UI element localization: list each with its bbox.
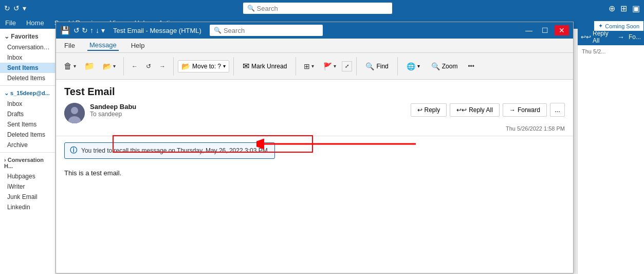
more-msg-icon[interactable]: ▾	[101, 26, 105, 34]
delete-group: 🗑 ▾ 📁 📂 ▾	[60, 59, 119, 74]
move-other-button[interactable]: 📂 ▾	[99, 60, 119, 73]
help-icon[interactable]: ⊕	[609, 4, 615, 13]
outer-search-input[interactable]	[257, 5, 388, 12]
msg-search-box[interactable]: 🔍	[210, 25, 323, 36]
grid-icon[interactable]: ⊞	[620, 4, 627, 13]
sidebar-item-iwriter[interactable]: iWriter	[0, 181, 55, 192]
move-to-arrow: ▾	[223, 63, 226, 69]
sep-2	[173, 57, 174, 76]
close-button[interactable]: ✕	[555, 25, 569, 35]
nav-group: ← ↺ →	[128, 60, 169, 72]
msg-title-bar: 💾 ↺ ↻ ↑ ↓ ▾ Test Email - Message (HTML) …	[56, 22, 573, 39]
email-header: Test Email Sandeep Babu To sandeep ↩	[56, 80, 573, 136]
delete-dropdown[interactable]: ▾	[73, 63, 76, 69]
coming-soon-badge[interactable]: ✦ Coming Soon	[594, 21, 644, 31]
forward-nav-button[interactable]: →	[156, 60, 169, 72]
sidebar-item-inbox-fav[interactable]: Inbox	[0, 52, 55, 63]
sidebar-item-deleted-fav[interactable]: Deleted Items	[0, 73, 55, 83]
undo-icon[interactable]: ↺	[13, 4, 20, 12]
delete-icon: 🗑	[64, 62, 72, 71]
move-dropdown-arrow: ▾	[113, 63, 116, 69]
mark-unread-button[interactable]: ✉ Mark Unread	[238, 59, 291, 74]
outer-taskbar-nav-icons: ↻ ↺ ▾	[4, 4, 26, 12]
move-folder-icon: 📂	[181, 62, 190, 70]
undo2-icon: ↺	[146, 63, 151, 70]
delete-button[interactable]: 🗑 ▾	[60, 59, 80, 74]
down-icon[interactable]: ↓	[96, 26, 99, 34]
msg-toolbar: 🗑 ▾ 📁 📂 ▾ ← ↺ → 📂 Move to: ? ▾ ✉ Mar	[56, 53, 573, 80]
outer-search-box[interactable]: 🔍	[243, 3, 392, 14]
ribbon-tab-file[interactable]: File	[5, 19, 16, 27]
more-actions-button[interactable]: ...	[550, 103, 565, 117]
archive-icon: 📁	[84, 61, 95, 71]
minimize-button[interactable]: —	[522, 25, 536, 35]
tab-message[interactable]: Message	[87, 40, 119, 51]
tab-help[interactable]: Help	[129, 41, 147, 50]
outer-right-icons: ⊕ ⊞ ▣	[609, 4, 640, 13]
back-button[interactable]: ←	[128, 60, 141, 72]
tab-file[interactable]: File	[62, 41, 77, 50]
ribbon-tab-home[interactable]: Home	[26, 19, 44, 27]
sidebar-item-inbox[interactable]: Inbox	[0, 99, 55, 109]
flag-button[interactable]: 🚩 ▾	[320, 60, 340, 73]
back2-button[interactable]: ↺	[142, 60, 155, 72]
categories-button[interactable]: ⊞ ▾	[300, 60, 318, 73]
redo-msg-icon[interactable]: ↻	[82, 26, 88, 34]
sidebar-item-archive[interactable]: Archive	[0, 140, 55, 150]
more-toolbar-icon: •••	[468, 63, 474, 70]
sep-5	[356, 57, 357, 76]
sender-name: Sandeep Babu	[90, 103, 406, 111]
sidebar-item-drafts[interactable]: Drafts	[0, 109, 55, 119]
more-icon[interactable]: ▾	[23, 4, 26, 12]
sidebar-item-junk[interactable]: Junk Email	[0, 192, 55, 202]
sender-info: Sandeep Babu To sandeep	[90, 103, 406, 118]
msg-window-title: Test Email - Message (HTML)	[113, 27, 201, 34]
expand-icon[interactable]: ⤢	[342, 61, 352, 71]
more-toolbar-button[interactable]: •••	[464, 60, 478, 72]
save-icon[interactable]: 💾	[60, 26, 70, 35]
reply-all-label: Reply All	[469, 106, 493, 114]
find-label: Find	[376, 63, 388, 70]
info-icon: ⓘ	[70, 146, 77, 155]
forward-button[interactable]: → Forward	[503, 103, 547, 117]
forward-panel-label[interactable]: Fo...	[629, 33, 641, 41]
right-panel-date: Thu 5/2...	[578, 45, 644, 58]
account-header[interactable]: ⌄ s_15deep@d...	[0, 88, 55, 99]
translate-button[interactable]: 🌐 ▾	[402, 60, 425, 73]
sidebar-item-sent[interactable]: Sent Items	[0, 119, 55, 130]
move-to-dropdown[interactable]: 📂 Move to: ? ▾	[178, 60, 229, 72]
sidebar-item-hubpages[interactable]: Hubpages	[0, 171, 55, 181]
flag-arrow: ▾	[334, 63, 336, 69]
favorites-header[interactable]: ⌄ Favorites	[0, 31, 55, 42]
reply-all-button[interactable]: ↩↩ Reply All	[450, 103, 500, 117]
zoom-button[interactable]: 🔍 Zoom	[427, 60, 463, 73]
msg-ribbon: File Message Help	[56, 39, 573, 53]
msg-window-controls: — ☐ ✕	[522, 25, 569, 35]
email-content: Test Email Sandeep Babu To sandeep ↩	[56, 80, 573, 273]
sender-to: To sandeep	[90, 111, 406, 118]
sidebar-item-linkedin[interactable]: Linkedin	[0, 202, 55, 212]
maximize-button[interactable]: ☐	[539, 25, 551, 35]
sidebar-item-deleted[interactable]: Deleted Items	[0, 130, 55, 140]
reply-all-panel-button[interactable]: ↩↩ Reply All	[581, 30, 613, 44]
sidebar: ⌄ Favorites Conversation H... Inbox Sent…	[0, 29, 56, 274]
reply-button[interactable]: ↩ Reply	[411, 103, 447, 117]
conversation-header[interactable]: › Conversation H...	[0, 155, 55, 171]
recall-notice-text: You tried to recall this message on Thur…	[81, 147, 269, 154]
zoom-icon: 🔍	[431, 62, 440, 70]
svg-point-1	[71, 107, 78, 114]
forward-label: Forward	[518, 106, 540, 114]
undo-msg-icon[interactable]: ↺	[73, 26, 80, 34]
forward-nav-icon: →	[159, 63, 165, 70]
email-sender-row: Sandeep Babu To sandeep ↩ Reply ↩↩ Reply…	[64, 103, 565, 123]
archive-button[interactable]: 📁	[81, 59, 98, 74]
layout-icon[interactable]: ▣	[632, 4, 640, 13]
find-button[interactable]: 🔍 Find	[361, 60, 393, 73]
move-to-label: Move to: ?	[192, 63, 221, 70]
refresh-icon[interactable]: ↻	[4, 4, 10, 12]
up-icon[interactable]: ↑	[90, 26, 94, 34]
sidebar-item-sent-fav[interactable]: Sent Items	[0, 63, 55, 73]
msg-search-input[interactable]	[224, 27, 319, 34]
sidebar-item-conversation-h-fav[interactable]: Conversation H...	[0, 42, 55, 52]
sep-6	[397, 57, 398, 76]
